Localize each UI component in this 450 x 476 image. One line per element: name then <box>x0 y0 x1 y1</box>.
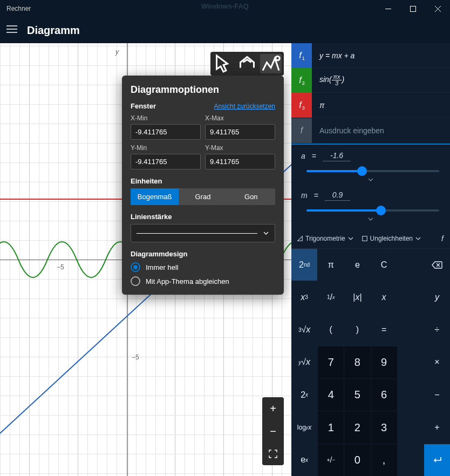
sidebar: f1 y = mx + a f2 sin(πx3) f3 π f Ausdruc… <box>291 43 450 476</box>
key-reciprocal[interactable]: 1/x <box>318 281 344 313</box>
function-2-expr: sin(πx3) <box>312 74 450 86</box>
window-minimize-button[interactable] <box>376 0 400 17</box>
thickness-select[interactable] <box>131 224 275 242</box>
theme-app-radio[interactable]: Mit App-Thema abgleichen <box>131 276 275 286</box>
unit-degrees-button[interactable]: Grad <box>179 188 227 205</box>
key-comma[interactable]: , <box>371 444 397 476</box>
theme-light-radio[interactable]: Immer hell <box>131 262 275 272</box>
graph-canvas[interactable]: /*grid lines*/ y −5 −5 + − Diagrammoptio… <box>0 43 291 476</box>
fit-view-button[interactable] <box>262 443 284 465</box>
key-blank-7 <box>398 444 424 476</box>
slider-a-expand[interactable] <box>301 175 440 185</box>
keypad: 2nd π e C x3 1/x |x| x y 3√x ( ) = ÷ y√x… <box>291 249 450 476</box>
page-title: Diagramm <box>27 24 80 37</box>
key-2nd[interactable]: 2nd <box>291 249 317 281</box>
graph-toolbar <box>210 52 284 76</box>
function-row-1[interactable]: f1 y = mx + a <box>291 43 450 68</box>
pointer-tool-button[interactable] <box>213 54 234 73</box>
slider-m[interactable]: m=0.9 <box>301 189 440 225</box>
key-x[interactable]: x <box>371 281 397 313</box>
key-8[interactable]: 8 <box>344 346 370 378</box>
trig-chip[interactable]: Trigonometrie <box>295 233 356 244</box>
ymax-input[interactable] <box>205 154 275 169</box>
key-nthroot[interactable]: y√x <box>291 346 317 378</box>
ymin-input[interactable] <box>131 154 201 169</box>
svg-rect-3 <box>362 236 367 241</box>
key-9[interactable]: 9 <box>371 346 397 378</box>
header: Diagramm <box>0 17 450 43</box>
chevron-down-icon <box>347 235 354 242</box>
key-clear[interactable]: C <box>371 249 397 281</box>
category-chips: Trigonometrie Ungleichheiten f <box>291 229 450 249</box>
key-abs[interactable]: |x| <box>344 281 370 313</box>
key-backspace[interactable] <box>424 249 450 281</box>
thickness-label: Linienstärke <box>131 213 275 221</box>
key-blank-5 <box>398 379 424 411</box>
key-4[interactable]: 4 <box>318 379 344 411</box>
function-row-2[interactable]: f2 sin(πx3) <box>291 68 450 93</box>
functions-chip[interactable]: f <box>441 234 447 243</box>
key-cube[interactable]: x3 <box>291 281 317 313</box>
key-7[interactable]: 7 <box>318 346 344 378</box>
key-2pow[interactable]: 2x <box>291 379 317 411</box>
key-negate[interactable]: +/− <box>318 444 344 476</box>
slider-m-expand[interactable] <box>301 215 440 225</box>
inequality-chip[interactable]: Ungleichheiten <box>359 233 424 244</box>
chevron-down-icon <box>263 230 269 236</box>
design-label: Diagrammdesign <box>131 250 275 258</box>
xmin-label: X-Min <box>131 114 201 122</box>
key-2[interactable]: 2 <box>344 411 370 443</box>
watermark-text: Windows-FAQ <box>201 2 249 10</box>
key-minus[interactable]: − <box>424 379 450 411</box>
xmax-input[interactable] <box>205 124 275 140</box>
svg-rect-0 <box>410 6 415 11</box>
zoom-in-button[interactable]: + <box>262 397 284 420</box>
app-title: Rechner <box>6 5 31 12</box>
key-0[interactable]: 0 <box>344 444 370 476</box>
function-row-3[interactable]: f3 π <box>291 93 450 118</box>
reset-view-link[interactable]: Ansicht zurücksetzen <box>214 103 275 110</box>
function-1-expr: y = mx + a <box>312 51 450 60</box>
expression-add-badge: f <box>291 118 312 143</box>
window-section-label: Fenster <box>131 102 156 110</box>
y-axis-label: y <box>115 48 119 56</box>
key-y[interactable]: y <box>424 281 450 313</box>
key-paren-open[interactable]: ( <box>318 314 344 346</box>
units-label: Einheiten <box>131 177 275 185</box>
key-5[interactable]: 5 <box>344 379 370 411</box>
slider-m-value: 0.9 <box>325 189 350 201</box>
share-button[interactable] <box>236 54 258 73</box>
key-equals[interactable]: = <box>371 314 397 346</box>
key-logy[interactable]: logyx <box>291 411 317 443</box>
unit-gradians-button[interactable]: Gon <box>227 188 275 205</box>
unit-radians-button[interactable]: Bogenmaß <box>131 188 179 205</box>
slider-a-value: -1.6 <box>323 150 351 161</box>
function-2-badge: f2 <box>291 68 312 93</box>
slider-a[interactable]: a=-1.6 <box>301 150 440 185</box>
xmin-input[interactable] <box>131 124 201 140</box>
function-1-badge: f1 <box>291 43 312 68</box>
key-e[interactable]: e <box>344 249 370 281</box>
zoom-out-button[interactable]: − <box>262 420 284 443</box>
key-divide[interactable]: ÷ <box>424 314 450 346</box>
key-multiply[interactable]: × <box>424 346 450 378</box>
key-enter[interactable] <box>424 444 450 476</box>
key-blank-2 <box>398 281 424 313</box>
key-1[interactable]: 1 <box>318 411 344 443</box>
chevron-down-icon <box>415 235 421 242</box>
graph-options-button[interactable] <box>260 54 282 73</box>
key-blank-1 <box>398 249 424 281</box>
expression-input-row[interactable]: f Ausdruck eingeben <box>291 118 450 144</box>
key-6[interactable]: 6 <box>371 379 397 411</box>
window-maximize-button[interactable] <box>400 0 425 17</box>
key-epow[interactable]: ex <box>291 444 317 476</box>
menu-button[interactable] <box>6 25 17 35</box>
key-paren-close[interactable]: ) <box>344 314 370 346</box>
key-pi[interactable]: π <box>318 249 344 281</box>
window-close-button[interactable] <box>425 0 450 17</box>
key-plus[interactable]: + <box>424 411 450 443</box>
key-3[interactable]: 3 <box>371 411 397 443</box>
key-blank-6 <box>398 411 424 443</box>
zoom-controls: + − <box>262 397 284 465</box>
key-cuberoot[interactable]: 3√x <box>291 314 317 346</box>
